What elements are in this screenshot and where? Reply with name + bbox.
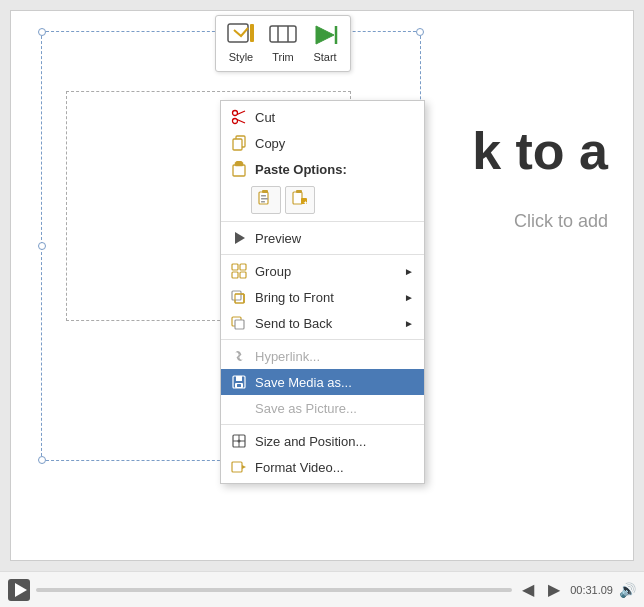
- progress-track[interactable]: [36, 588, 512, 592]
- handle-tr[interactable]: [416, 28, 424, 36]
- playback-bar: ◀ ▶ 00:31.09 🔊: [0, 571, 644, 607]
- paste-options-label: Paste Options:: [255, 162, 347, 177]
- svg-line-10: [237, 120, 245, 124]
- preview-icon: [231, 230, 247, 246]
- ribbon-trim-button[interactable]: Trim: [268, 22, 298, 63]
- menu-item-group[interactable]: Group ►: [221, 258, 424, 284]
- trim-icon: [268, 22, 298, 48]
- separator-3: [221, 339, 424, 340]
- bring-front-submenu-arrow: ►: [404, 292, 414, 303]
- svg-marker-25: [235, 232, 245, 244]
- format-video-icon: [231, 459, 247, 475]
- svg-rect-36: [235, 320, 244, 329]
- svg-point-7: [233, 111, 238, 116]
- menu-item-cut[interactable]: Cut: [221, 104, 424, 130]
- ribbon-start-button[interactable]: Start: [310, 22, 340, 63]
- bring-front-icon: [231, 289, 247, 305]
- paste-use-destination-button[interactable]: [251, 186, 281, 214]
- svg-rect-21: [293, 192, 302, 204]
- menu-item-preview[interactable]: Preview: [221, 225, 424, 251]
- start-icon: [310, 22, 340, 48]
- svg-rect-46: [232, 462, 242, 472]
- svg-line-9: [237, 111, 245, 115]
- menu-item-hyperlink[interactable]: Hyperlink...: [221, 343, 424, 369]
- svg-rect-20: [261, 201, 265, 203]
- ribbon-style-button[interactable]: Style: [226, 22, 256, 63]
- hyperlink-icon: [231, 348, 247, 364]
- svg-rect-29: [240, 272, 246, 278]
- paste-options-row: ✦: [221, 182, 424, 218]
- svg-rect-41: [237, 384, 241, 387]
- menu-item-send-to-back[interactable]: Send to Back ►: [221, 310, 424, 336]
- menu-item-format-video[interactable]: Format Video...: [221, 454, 424, 480]
- menu-item-save-media-as[interactable]: Save Media as...: [221, 369, 424, 395]
- svg-rect-1: [250, 24, 254, 42]
- svg-rect-27: [240, 264, 246, 270]
- svg-point-45: [238, 440, 241, 443]
- preview-label: Preview: [255, 231, 301, 246]
- slide-main-text: k to a: [472, 121, 608, 181]
- separator-4: [221, 424, 424, 425]
- menu-item-bring-to-front[interactable]: Bring to Front ►: [221, 284, 424, 310]
- svg-rect-15: [236, 161, 242, 164]
- svg-rect-28: [232, 272, 238, 278]
- format-video-label: Format Video...: [255, 460, 344, 475]
- size-position-icon: [231, 433, 247, 449]
- slide-sub-text: Click to add: [514, 211, 608, 232]
- group-label: Group: [255, 264, 291, 279]
- svg-marker-47: [242, 465, 246, 469]
- menu-item-copy[interactable]: Copy: [221, 130, 424, 156]
- scissors-icon: [231, 109, 247, 125]
- send-back-submenu-arrow: ►: [404, 318, 414, 329]
- start-label: Start: [313, 51, 336, 63]
- paste-keep-source-button[interactable]: ✦: [285, 186, 315, 214]
- svg-rect-39: [236, 376, 242, 381]
- svg-rect-2: [270, 26, 296, 42]
- svg-text:✦: ✦: [303, 200, 308, 206]
- svg-rect-12: [233, 139, 242, 150]
- style-icon: [226, 22, 256, 48]
- svg-rect-19: [261, 198, 268, 200]
- menu-item-save-as-picture[interactable]: Save as Picture...: [221, 395, 424, 421]
- volume-icon[interactable]: 🔊: [619, 582, 636, 598]
- save-picture-icon: [231, 400, 247, 416]
- svg-rect-22: [296, 190, 302, 193]
- separator-1: [221, 221, 424, 222]
- svg-point-8: [233, 119, 238, 124]
- cut-label: Cut: [255, 110, 275, 125]
- handle-bl[interactable]: [38, 456, 46, 464]
- hyperlink-label: Hyperlink...: [255, 349, 320, 364]
- copy-label: Copy: [255, 136, 285, 151]
- play-triangle-icon: [15, 583, 27, 597]
- style-label: Style: [229, 51, 253, 63]
- handle-tl[interactable]: [38, 28, 46, 36]
- copy-icon: [231, 135, 247, 151]
- mini-ribbon: Style Trim Start: [215, 15, 351, 72]
- svg-rect-31: [232, 291, 241, 300]
- play-button[interactable]: [8, 579, 30, 601]
- paste-destination-icon: [256, 190, 276, 210]
- save-as-picture-label: Save as Picture...: [255, 401, 357, 416]
- save-media-icon: [231, 374, 247, 390]
- group-icon: [231, 263, 247, 279]
- bring-to-front-label: Bring to Front: [255, 290, 334, 305]
- size-position-label: Size and Position...: [255, 434, 366, 449]
- svg-rect-18: [261, 195, 266, 197]
- separator-2: [221, 254, 424, 255]
- menu-item-paste-options: Paste Options:: [221, 156, 424, 182]
- paste-source-icon: ✦: [290, 190, 310, 210]
- svg-rect-14: [233, 165, 245, 176]
- previous-button[interactable]: ◀: [518, 580, 538, 599]
- handle-ml[interactable]: [38, 242, 46, 250]
- svg-rect-17: [262, 190, 268, 193]
- next-button[interactable]: ▶: [544, 580, 564, 599]
- time-display: 00:31.09: [570, 584, 613, 596]
- send-to-back-label: Send to Back: [255, 316, 332, 331]
- group-submenu-arrow: ►: [404, 266, 414, 277]
- paste-icon: [231, 161, 247, 177]
- menu-item-size-position[interactable]: Size and Position...: [221, 428, 424, 454]
- context-menu: Cut Copy Paste Options:: [220, 100, 425, 484]
- save-media-as-label: Save Media as...: [255, 375, 352, 390]
- trim-label: Trim: [272, 51, 294, 63]
- svg-marker-5: [316, 26, 334, 44]
